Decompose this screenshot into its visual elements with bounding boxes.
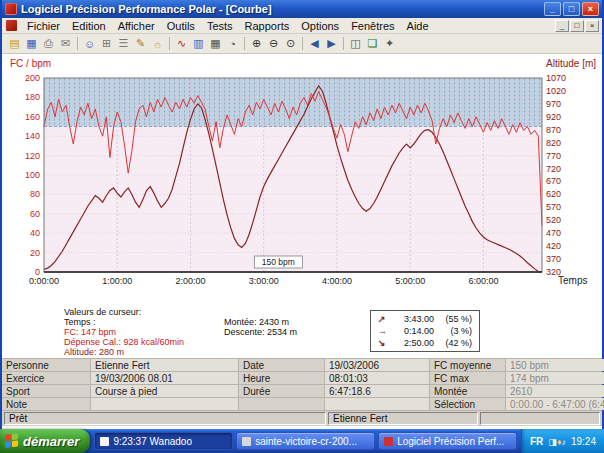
taskbar-task[interactable]: 9:23:37 Wanadoo	[94, 432, 233, 450]
svg-text:4:00:00: 4:00:00	[322, 276, 352, 286]
curve-icon[interactable]: ∿	[173, 36, 190, 52]
calendar-icon[interactable]: ⊞	[98, 36, 115, 52]
svg-text:520: 520	[546, 215, 561, 225]
window-title: Logiciel Précision Performance Polar - […	[21, 3, 540, 15]
volume-icon[interactable]: ♪	[561, 437, 566, 447]
info-value: 19/03/2006	[325, 359, 429, 371]
svg-text:40: 40	[30, 228, 40, 238]
prev-exercise-icon[interactable]: ◀	[306, 36, 323, 52]
menu-item-rapports[interactable]: Rapports	[239, 19, 296, 33]
toolbar-separator	[302, 37, 303, 50]
window-controls: _ □ ×	[544, 2, 600, 16]
tips-icon[interactable]: ☼	[149, 36, 166, 52]
svg-text:720: 720	[546, 164, 561, 174]
ascent-arrow-icon: ↗	[378, 314, 388, 324]
menu-item-fenêtres[interactable]: Fenêtres	[345, 19, 400, 33]
svg-text:Temps: Temps	[558, 275, 587, 286]
training-curve-chart[interactable]: 0204060801001201401601802003203704204705…	[2, 54, 604, 306]
desktop-screen: Logiciel Précision Performance Polar - […	[0, 0, 604, 453]
ascent-descent-column: Montée: 2430 m Descente: 2534 m	[224, 317, 297, 337]
svg-text:1020: 1020	[546, 86, 566, 96]
flat-time: 0:14.00	[392, 326, 434, 336]
task-icon	[384, 437, 393, 446]
svg-text:150 bpm: 150 bpm	[262, 257, 295, 267]
info-label: Durée	[239, 385, 324, 397]
bar-chart-icon[interactable]: ▥	[190, 36, 207, 52]
flat-percent: (3 %)	[438, 326, 472, 336]
exercise-info-table: PersonneEtienne FertDate19/03/2006FC moy…	[2, 358, 602, 411]
minimize-button[interactable]: _	[544, 2, 561, 16]
save-icon[interactable]: ▦	[23, 36, 40, 52]
info-label: FC max	[430, 372, 505, 384]
menu-item-edition[interactable]: Edition	[66, 19, 112, 33]
diary-icon[interactable]: ☰	[115, 36, 132, 52]
mdi-window-controls: _ □ ×	[555, 20, 600, 32]
zoom-in-icon[interactable]: ⊕	[248, 36, 265, 52]
compare-icon[interactable]: ◫	[347, 36, 364, 52]
info-label: Sport	[2, 385, 90, 397]
settings-icon[interactable]: ✦	[381, 36, 398, 52]
cursor-time-label: Temps :	[64, 317, 184, 327]
svg-text:370: 370	[546, 254, 561, 264]
menu-item-options[interactable]: Options	[295, 19, 345, 33]
mdi-minimize-button[interactable]: _	[555, 20, 569, 32]
info-value: 2610	[506, 385, 604, 397]
menu-items: FichierEditionAfficherOutilsTestsRapport…	[21, 19, 555, 33]
mdi-restore-button[interactable]: □	[570, 20, 584, 32]
next-exercise-icon[interactable]: ▶	[323, 36, 340, 52]
svg-text:20: 20	[30, 248, 40, 258]
print-icon[interactable]: ⎙	[40, 36, 57, 52]
export-icon[interactable]: ✉	[57, 36, 74, 52]
title-bar: Logiciel Précision Performance Polar - […	[2, 0, 602, 18]
info-label: Date	[239, 359, 324, 371]
info-value: 6:47:18.6	[325, 385, 429, 397]
svg-text:160: 160	[25, 112, 40, 122]
edit-icon[interactable]: ✎	[132, 36, 149, 52]
toolbar-separator	[77, 37, 78, 50]
taskbar-task[interactable]: sainte-victoire-cr-200...	[236, 432, 375, 450]
info-value: 174 bpm	[506, 372, 604, 384]
status-user-text: Etienne Fert	[328, 412, 478, 425]
table-view-icon[interactable]: ▦	[207, 36, 224, 52]
svg-text:Altitude [m]: Altitude [m]	[546, 58, 596, 69]
cursor-values-panel: Valeurs de curseur: Temps : FC: 147 bpm …	[2, 306, 602, 358]
svg-text:970: 970	[546, 99, 561, 109]
menu-item-aide[interactable]: Aide	[401, 19, 435, 33]
slope-row-ascent: ↗3:43.00(55 %)	[378, 314, 472, 324]
zoom-reset-icon[interactable]: ⊙	[282, 36, 299, 52]
connection-icon[interactable]: ◨	[548, 437, 557, 447]
open-file-icon[interactable]: ▤	[6, 36, 23, 52]
info-value: Course à pied	[91, 385, 238, 397]
toolbar-separator	[169, 37, 170, 50]
slope-summary-box: ↗3:43.00(55 %)→0:14.00(3 %)↘2:50.00(42 %…	[370, 310, 480, 352]
svg-text:770: 770	[546, 151, 561, 161]
person-icon[interactable]: ☺	[81, 36, 98, 52]
info-value: Etienne Fert	[91, 359, 238, 371]
status-bar: Prêt Etienne Fert	[2, 411, 602, 426]
taskbar-task[interactable]: Logiciel Précision Perf...	[378, 432, 517, 450]
svg-text:60: 60	[30, 209, 40, 219]
mdi-close-button[interactable]: ×	[585, 20, 599, 32]
menu-item-outils[interactable]: Outils	[161, 19, 201, 33]
language-indicator[interactable]: FR	[530, 436, 543, 447]
system-tray: FR ◨♦♪ 19:24	[521, 429, 604, 453]
menu-item-tests[interactable]: Tests	[201, 19, 239, 33]
task-label: 9:23:37 Wanadoo	[113, 436, 192, 447]
restore-button[interactable]: □	[563, 2, 580, 16]
menu-item-afficher[interactable]: Afficher	[112, 19, 161, 33]
info-value	[325, 398, 429, 410]
zoom-out-icon[interactable]: ⊖	[265, 36, 282, 52]
report-icon[interactable]: ❏	[364, 36, 381, 52]
menu-item-fichier[interactable]: Fichier	[21, 19, 66, 33]
info-label: Note	[2, 398, 90, 410]
taskbar-clock[interactable]: 19:24	[571, 436, 596, 447]
close-button[interactable]: ×	[582, 2, 599, 16]
lap-times-icon[interactable]: ◔	[224, 36, 241, 52]
info-value: 08:01:03	[325, 372, 429, 384]
start-button[interactable]: démarrer	[0, 429, 90, 453]
start-button-label: démarrer	[23, 434, 79, 449]
toolbar-separator	[244, 37, 245, 50]
slope-row-descent: ↘2:50.00(42 %)	[378, 338, 472, 348]
info-label: Heure	[239, 372, 324, 384]
cursor-fc-value: FC: 147 bpm	[64, 327, 184, 337]
